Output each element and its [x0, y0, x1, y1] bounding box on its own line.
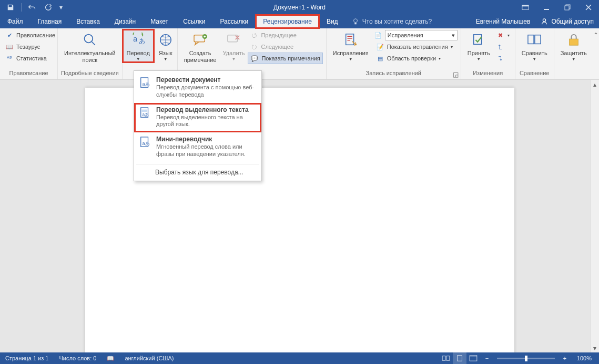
status-words[interactable]: Число слов: 0 [54, 352, 101, 364]
markup-icon: 📝 [376, 43, 384, 51]
language-label: Язык [159, 50, 172, 57]
translate-document-item[interactable]: aあ Перевести документ Перевод документа … [134, 73, 261, 103]
minimize-icon[interactable] [536, 1, 557, 14]
chevron-down-icon: ▾ [451, 45, 453, 49]
svg-text:aあ: aあ [143, 141, 150, 146]
qat-customize-icon[interactable]: ▾ [56, 1, 66, 14]
tell-me-label: Что вы хотите сделать? [362, 18, 432, 25]
undo-icon[interactable] [25, 1, 39, 14]
show-comments-button[interactable]: 💬Показать примечания [248, 53, 322, 64]
status-page[interactable]: Страница 1 из 1 [0, 352, 54, 364]
accept-button[interactable]: Принять ▼ [464, 29, 493, 63]
tab-view[interactable]: Вид [319, 15, 346, 28]
zoom-in-icon[interactable]: + [558, 352, 572, 364]
read-mode-icon[interactable] [439, 352, 453, 364]
share-button[interactable]: Общий доступ [535, 18, 599, 25]
zoom-slider[interactable] [497, 358, 555, 359]
separator [21, 3, 22, 12]
vertical-scrollbar[interactable]: ▴ ▾ [590, 80, 599, 352]
dialog-launcher-icon[interactable]: ◲ [452, 71, 460, 78]
track-changes-button[interactable]: Исправления ▼ [330, 29, 372, 63]
compare-button[interactable]: Сравнить ▼ [519, 29, 551, 63]
new-comment-button[interactable]: Создать примечание [181, 29, 220, 64]
compare-label: Сравнить [522, 50, 547, 57]
close-icon[interactable] [578, 1, 599, 14]
group-tracking-label: Запись исправлений [330, 70, 458, 79]
redo-icon[interactable] [40, 1, 55, 14]
tell-me[interactable]: Что вы хотите сделать? [346, 15, 439, 28]
next-comment-button[interactable]: ⭮Следующее [248, 41, 322, 53]
mini-translator-title: Мини-переводчик [156, 136, 256, 143]
chevron-down-icon: ▼ [476, 57, 481, 61]
chevron-down-icon: ▼ [532, 57, 536, 61]
comments-icon: 💬 [250, 54, 259, 63]
comment-new-icon [192, 32, 209, 48]
chevron-down-icon: ▼ [349, 57, 353, 61]
scroll-down-icon[interactable]: ▾ [591, 344, 599, 352]
restore-icon[interactable] [557, 1, 578, 14]
protect-button[interactable]: Защитить ▼ [557, 29, 590, 63]
translate-selection-title: Перевод выделенного текста [156, 106, 256, 113]
tab-layout[interactable]: Макет [143, 15, 176, 28]
svg-rect-19 [569, 39, 578, 45]
ribbon-options-icon[interactable] [515, 1, 536, 14]
zoom-out-icon[interactable]: − [480, 352, 494, 364]
tab-review[interactable]: Рецензирование [256, 15, 319, 28]
thesaurus-button[interactable]: 📖Тезаурус [3, 41, 57, 53]
display-mode-combo[interactable]: 📄Исправления▾ [374, 29, 458, 41]
scroll-up-icon[interactable]: ▴ [591, 80, 599, 89]
group-changes: Принять ▼ ✖▾ ⮤ ⮧ Изменения [461, 28, 515, 79]
tab-home[interactable]: Главная [31, 15, 69, 28]
zoom-thumb[interactable] [525, 356, 527, 361]
collapse-ribbon-icon[interactable]: ⌃ [593, 32, 598, 39]
tab-design[interactable]: Дизайн [107, 15, 143, 28]
print-layout-icon[interactable] [453, 352, 466, 364]
share-label: Общий доступ [551, 18, 594, 25]
separator [136, 164, 259, 164]
translate-selection-item[interactable]: aあ Перевод выделенного текста Перевод вы… [134, 103, 261, 133]
comment-delete-icon [225, 32, 242, 48]
protect-label: Защитить [561, 50, 587, 57]
status-proofing[interactable]: 📖 [101, 352, 119, 364]
svg-rect-15 [346, 34, 353, 45]
delete-comment-button[interactable]: Удалить ▼ [219, 29, 248, 63]
doc-icon: 📄 [374, 31, 382, 39]
pane-icon: ▤ [376, 54, 384, 63]
web-layout-icon[interactable] [466, 352, 480, 364]
reviewing-pane-button[interactable]: ▤Область проверки ▾ [374, 53, 458, 64]
group-changes-label: Изменения [464, 70, 512, 79]
user-name[interactable]: Евгений Малышев [471, 18, 536, 25]
save-icon[interactable] [3, 1, 18, 14]
stats-button[interactable]: ᴬᴮСтатистика [3, 53, 57, 64]
tab-file[interactable]: Файл [0, 15, 31, 28]
next-change-button[interactable]: ⮧ [494, 53, 512, 64]
smart-lookup-label: Интеллектуальный поиск [64, 50, 115, 63]
tab-references[interactable]: Ссылки [176, 15, 212, 28]
mini-translator-item[interactable]: aあ Мини-переводчик Мгновенный перевод сл… [134, 132, 261, 162]
prev-change-button[interactable]: ⮤ [494, 41, 512, 53]
choose-language-item[interactable]: Выбрать язык для перевода... [134, 166, 261, 179]
svg-rect-4 [565, 6, 569, 10]
show-markup-button[interactable]: 📝Показать исправления ▾ [374, 41, 458, 53]
tab-insert[interactable]: Вставка [69, 15, 107, 28]
prev-comment-button[interactable]: ⭯Предыдущее [248, 29, 322, 41]
show-markup-label: Показать исправления [387, 44, 448, 50]
translate-selection-desc: Перевод выделенного текста на другой язы… [156, 114, 256, 129]
prev-icon: ⮤ [496, 43, 505, 51]
svg-rect-6 [354, 23, 357, 25]
chevron-down-icon: ▼ [231, 57, 236, 61]
translate-button[interactable]: aあ Перевод ▼ [123, 29, 154, 63]
smart-lookup-button[interactable]: Интеллектуальный поиск [61, 29, 118, 64]
reject-icon: ✖ [496, 31, 505, 39]
language-button[interactable]: Язык ▼ [154, 29, 177, 63]
status-language[interactable]: английский (США) [119, 352, 179, 364]
title-bar: ▾ Документ1 - Word [0, 0, 599, 15]
svg-rect-2 [544, 9, 549, 10]
svg-rect-1 [522, 5, 529, 7]
zoom-level[interactable]: 100% [572, 355, 599, 361]
thesaurus-icon: 📖 [5, 43, 14, 51]
spelling-button[interactable]: ✔︎Правописание [3, 29, 57, 41]
tab-mailings[interactable]: Рассылки [212, 15, 256, 28]
translate-selection-icon: aあ [138, 106, 152, 120]
reject-button[interactable]: ✖▾ [494, 29, 512, 41]
